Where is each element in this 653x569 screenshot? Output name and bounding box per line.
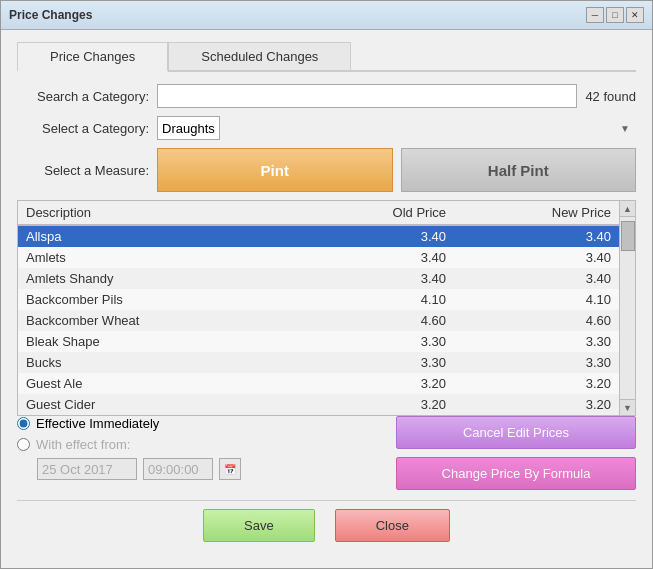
measure-row: Select a Measure: Pint Half Pint [17, 148, 636, 192]
close-button[interactable]: ✕ [626, 7, 644, 23]
title-bar: Price Changes ─ □ ✕ [1, 1, 652, 30]
effective-immediately-row: Effective Immediately [17, 416, 384, 431]
table-body: Allspa 3.40 3.40 Amlets 3.40 3.40 Amlets… [18, 225, 619, 415]
measure-pint-button[interactable]: Pint [157, 148, 393, 192]
window-title: Price Changes [9, 8, 92, 22]
table-row[interactable]: Backcomber Wheat 4.60 4.60 [18, 310, 619, 331]
cell-new-price: 3.30 [454, 352, 619, 373]
table-header-row: Description Old Price New Price [18, 201, 619, 225]
cell-description: Backcomber Wheat [18, 310, 302, 331]
search-input[interactable] [157, 84, 577, 108]
scroll-down-arrow[interactable]: ▼ [620, 399, 635, 415]
cell-new-price: 3.30 [454, 331, 619, 352]
tab-scheduled-changes[interactable]: Scheduled Changes [168, 42, 351, 70]
col-new-price: New Price [454, 201, 619, 225]
cell-old-price: 3.30 [302, 352, 454, 373]
close-button-main[interactable]: Close [335, 509, 450, 542]
change-price-by-formula-button[interactable]: Change Price By Formula [396, 457, 636, 490]
found-count: 42 found [585, 89, 636, 104]
cell-new-price: 3.20 [454, 394, 619, 415]
cell-old-price: 4.60 [302, 310, 454, 331]
table-row[interactable]: Backcomber Pils 4.10 4.10 [18, 289, 619, 310]
action-buttons-section: Cancel Edit Prices Change Price By Formu… [396, 416, 636, 490]
date-input[interactable] [37, 458, 137, 480]
cell-description: Amlets [18, 247, 302, 268]
price-table-inner: Description Old Price New Price Allspa 3… [18, 201, 619, 415]
save-button[interactable]: Save [203, 509, 315, 542]
cell-new-price: 3.40 [454, 247, 619, 268]
tab-price-changes[interactable]: Price Changes [17, 42, 168, 72]
cell-description: Allspa [18, 225, 302, 247]
effective-section: Effective Immediately With effect from: … [17, 416, 384, 490]
scroll-thumb[interactable] [621, 221, 635, 251]
cancel-edit-prices-button[interactable]: Cancel Edit Prices [396, 416, 636, 449]
with-effect-row: With effect from: [17, 437, 384, 452]
cell-new-price: 4.60 [454, 310, 619, 331]
cell-new-price: 3.40 [454, 268, 619, 289]
measure-label: Select a Measure: [17, 163, 157, 178]
cell-old-price: 4.10 [302, 289, 454, 310]
bottom-section: Effective Immediately With effect from: … [17, 416, 636, 490]
tab-bar: Price Changes Scheduled Changes [17, 42, 636, 72]
main-action-buttons: Save Close [17, 500, 636, 550]
table-row[interactable]: Bleak Shape 3.30 3.30 [18, 331, 619, 352]
cell-description: Guest Ale [18, 373, 302, 394]
category-label: Select a Category: [17, 121, 157, 136]
content-area: Price Changes Scheduled Changes Search a… [1, 30, 652, 562]
table-row[interactable]: Amlets 3.40 3.40 [18, 247, 619, 268]
maximize-button[interactable]: □ [606, 7, 624, 23]
search-label: Search a Category: [17, 89, 157, 104]
table-row[interactable]: Amlets Shandy 3.40 3.40 [18, 268, 619, 289]
window-controls: ─ □ ✕ [586, 7, 644, 23]
cell-old-price: 3.30 [302, 331, 454, 352]
price-table: Description Old Price New Price Allspa 3… [18, 201, 619, 415]
cell-new-price: 3.40 [454, 225, 619, 247]
effective-immediately-label: Effective Immediately [36, 416, 159, 431]
price-table-container: Description Old Price New Price Allspa 3… [17, 200, 636, 416]
cell-description: Guest Cider [18, 394, 302, 415]
cell-description: Backcomber Pils [18, 289, 302, 310]
col-old-price: Old Price [302, 201, 454, 225]
main-window: Price Changes ─ □ ✕ Price Changes Schedu… [0, 0, 653, 569]
cell-description: Amlets Shandy [18, 268, 302, 289]
cell-old-price: 3.20 [302, 373, 454, 394]
table-row[interactable]: Bucks 3.30 3.30 [18, 352, 619, 373]
cell-old-price: 3.40 [302, 225, 454, 247]
minimize-button[interactable]: ─ [586, 7, 604, 23]
category-select-wrapper: Draughts [157, 116, 636, 140]
measure-half-pint-button[interactable]: Half Pint [401, 148, 637, 192]
date-time-row: 📅 [37, 458, 384, 480]
cell-old-price: 3.40 [302, 247, 454, 268]
scroll-up-arrow[interactable]: ▲ [620, 201, 635, 217]
table-row[interactable]: Allspa 3.40 3.40 [18, 225, 619, 247]
cell-description: Bucks [18, 352, 302, 373]
cell-new-price: 3.20 [454, 373, 619, 394]
time-input[interactable] [143, 458, 213, 480]
table-scrollbar[interactable]: ▲ ▼ [619, 201, 635, 415]
with-effect-label: With effect from: [36, 437, 130, 452]
cell-old-price: 3.20 [302, 394, 454, 415]
cell-new-price: 4.10 [454, 289, 619, 310]
calendar-button[interactable]: 📅 [219, 458, 241, 480]
category-row: Select a Category: Draughts [17, 116, 636, 140]
effective-immediately-radio[interactable] [17, 417, 30, 430]
with-effect-radio[interactable] [17, 438, 30, 451]
cell-description: Bleak Shape [18, 331, 302, 352]
table-row[interactable]: Guest Ale 3.20 3.20 [18, 373, 619, 394]
table-row[interactable]: Guest Cider 3.20 3.20 [18, 394, 619, 415]
col-description: Description [18, 201, 302, 225]
cell-old-price: 3.40 [302, 268, 454, 289]
search-row: Search a Category: 42 found [17, 84, 636, 108]
measure-buttons: Pint Half Pint [157, 148, 636, 192]
category-select[interactable]: Draughts [157, 116, 220, 140]
